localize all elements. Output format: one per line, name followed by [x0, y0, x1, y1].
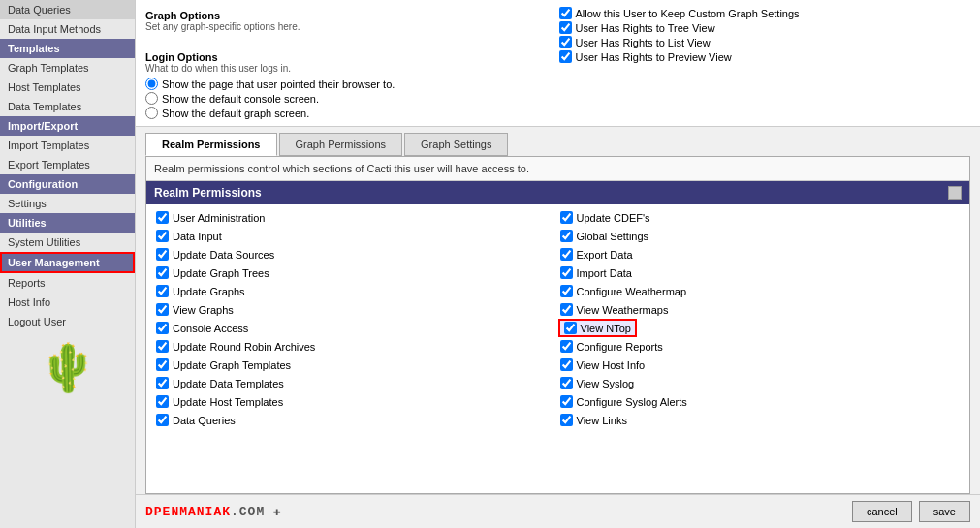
radio-option-2[interactable]: Show the default graph screen.	[145, 106, 557, 120]
sidebar-item-data-templates[interactable]: Data Templates	[0, 97, 135, 116]
tab-graph-permissions[interactable]: Graph Permissions	[279, 133, 403, 156]
tab-realm-permissions[interactable]: Realm Permissions	[145, 133, 277, 156]
realm-description: Realm permissions control which sections…	[146, 157, 969, 181]
radio-option-0[interactable]: Show the page that user pointed their br…	[145, 77, 557, 91]
sidebar-item-import-templates[interactable]: Import Templates	[0, 136, 135, 155]
perm-left-9[interactable]: Update Data Templates	[154, 374, 558, 392]
perm-right-5[interactable]: View Weathermaps	[558, 300, 963, 319]
perm-right-2[interactable]: Export Data	[558, 245, 963, 264]
sidebar-section-utilities: Utilities	[0, 213, 135, 233]
perm-right-4[interactable]: Configure Weathermap	[558, 282, 963, 300]
sidebar-item-data-queries[interactable]: Data Queries	[0, 0, 135, 19]
perm-right-0[interactable]: Update CDEF's	[558, 208, 963, 227]
perm-left-4[interactable]: Update Graphs	[154, 282, 558, 300]
perm-right-11[interactable]: View Links	[558, 411, 963, 429]
tabs-bar: Realm Permissions Graph Permissions Grap…	[136, 127, 980, 156]
content-area: Realm permissions control which sections…	[145, 156, 970, 494]
cancel-button[interactable]: cancel	[852, 501, 912, 522]
sidebar-item-graph-templates[interactable]: Graph Templates	[0, 58, 135, 78]
sidebar-item-settings[interactable]: Settings	[0, 194, 135, 213]
bottom-bar: DPENMANIAK.COM ✚ cancel save	[136, 494, 980, 528]
perm-left-5[interactable]: View Graphs	[154, 300, 558, 319]
perm-left-3[interactable]: Update Graph Trees	[154, 264, 558, 282]
perm-left-10[interactable]: Update Host Templates	[154, 392, 558, 411]
realm-permissions-header: Realm Permissions	[146, 181, 969, 204]
sidebar-item-reports[interactable]: Reports	[0, 273, 135, 293]
perm-left-6[interactable]: Console Access	[154, 319, 558, 337]
perm-left-7[interactable]: Update Round Robin Archives	[154, 337, 558, 356]
perm-right-7[interactable]: Configure Reports	[558, 337, 963, 356]
cactus-logo: 🌵	[0, 331, 135, 405]
perm-right-6-view-ntop[interactable]: View NTop	[558, 319, 637, 337]
sidebar-item-host-info[interactable]: Host Info	[0, 293, 135, 312]
permissions-grid: User Administration Data Input Update Da…	[146, 204, 969, 433]
permissions-right-col: Update CDEF's Global Settings Export Dat…	[558, 208, 963, 429]
tab-graph-settings[interactable]: Graph Settings	[404, 133, 508, 156]
perm-left-1[interactable]: Data Input	[154, 227, 558, 245]
radio-option-1[interactable]: Show the default console screen.	[145, 91, 557, 106]
graph-options-desc: Set any graph-specific options here.	[145, 21, 557, 32]
sidebar-section-configuration: Configuration	[0, 174, 135, 194]
permissions-left-col: User Administration Data Input Update Da…	[154, 208, 558, 429]
sidebar-section-templates: Templates	[0, 39, 135, 58]
sidebar-item-data-input-methods[interactable]: Data Input Methods	[0, 19, 135, 39]
checkbox-right-3[interactable]: User Has Rights to Preview View	[559, 49, 971, 64]
sidebar-item-logout-user[interactable]: Logout User	[0, 312, 135, 331]
perm-right-1[interactable]: Global Settings	[558, 227, 963, 245]
realm-header-icon	[948, 186, 962, 200]
bottom-logo: DPENMANIAK.COM ✚	[145, 504, 282, 519]
perm-right-10[interactable]: Configure Syslog Alerts	[558, 392, 963, 411]
perm-right-9[interactable]: View Syslog	[558, 374, 963, 392]
sidebar-section-import-export: Import/Export	[0, 116, 135, 136]
sidebar-item-export-templates[interactable]: Export Templates	[0, 155, 135, 174]
perm-left-8[interactable]: Update Graph Templates	[154, 356, 558, 374]
perm-left-2[interactable]: Update Data Sources	[154, 245, 558, 264]
perm-right-3[interactable]: Import Data	[558, 264, 963, 282]
sidebar-item-user-management[interactable]: User Management	[0, 252, 135, 273]
checkbox-right-1[interactable]: User Has Rights to Tree View	[559, 20, 971, 35]
save-button[interactable]: save	[919, 501, 970, 522]
main-content: Graph Options Set any graph-specific opt…	[136, 0, 980, 528]
checkbox-right-2[interactable]: User Has Rights to List View	[559, 35, 971, 49]
graph-options-title: Graph Options	[145, 10, 557, 21]
top-options-section: Graph Options Set any graph-specific opt…	[136, 0, 980, 127]
perm-left-0[interactable]: User Administration	[154, 208, 558, 227]
sidebar: Data Queries Data Input Methods Template…	[0, 0, 136, 528]
action-buttons: cancel save	[848, 501, 970, 522]
perm-left-11[interactable]: Data Queries	[154, 411, 558, 429]
checkbox-right-0[interactable]: Allow this User to Keep Custom Graph Set…	[559, 6, 971, 20]
perm-right-8[interactable]: View Host Info	[558, 356, 963, 374]
sidebar-item-host-templates[interactable]: Host Templates	[0, 78, 135, 97]
sidebar-item-system-utilities[interactable]: System Utilities	[0, 233, 135, 252]
login-options-desc: What to do when this user logs in.	[145, 63, 557, 74]
login-options-title: Login Options	[145, 51, 557, 63]
